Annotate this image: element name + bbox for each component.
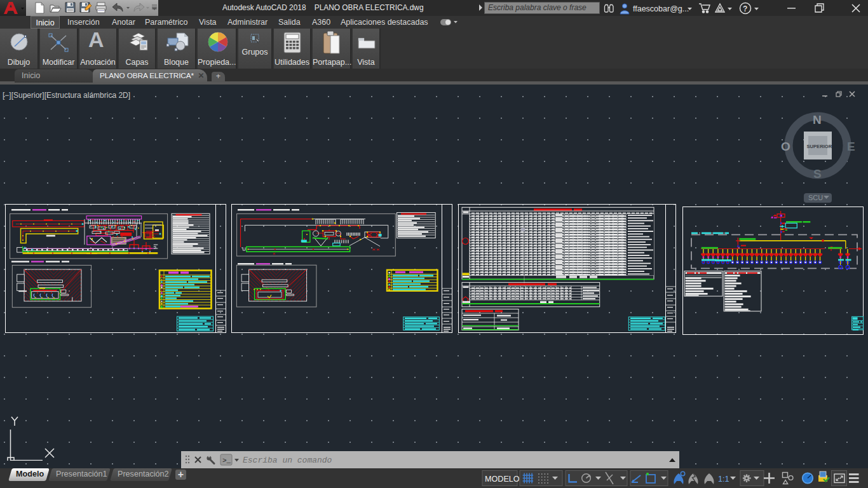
svg-text:SCU: SCU	[808, 194, 823, 201]
svg-text:S: S	[813, 167, 822, 180]
svg-text:O: O	[781, 140, 790, 153]
svg-text:SUPERIOR: SUPERIOR	[807, 144, 832, 149]
svg-text:N: N	[813, 113, 822, 126]
svg-text:E: E	[847, 140, 855, 153]
svg-text:MODELO: MODELO	[485, 475, 520, 484]
svg-text:?: ?	[743, 4, 747, 13]
svg-text:>_: >_	[222, 457, 231, 464]
svg-text:ffaescobar@g...: ffaescobar@g...	[633, 4, 689, 13]
svg-text:Escriba un comando: Escriba un comando	[243, 456, 332, 465]
svg-text:1:1: 1:1	[718, 475, 729, 484]
